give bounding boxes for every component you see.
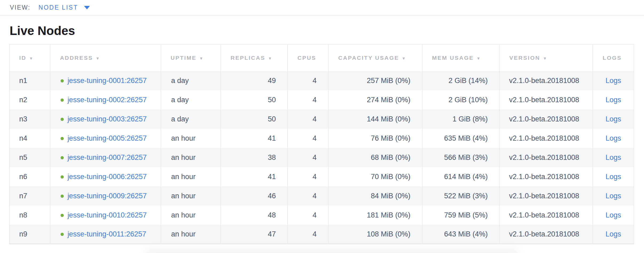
node-logs-cell: Logs <box>593 205 634 225</box>
node-address-link[interactable]: jesse-tuning-0002:26257 <box>67 96 147 104</box>
node-address-cell: jesse-tuning-0003:26257 <box>50 109 161 129</box>
node-replicas-cell: 49 <box>221 71 288 90</box>
node-live-status-icon <box>61 137 64 140</box>
node-mem-usage-cell: 759 MiB (5%) <box>422 205 500 225</box>
node-replicas-cell: 47 <box>221 225 288 244</box>
node-uptime-cell: an hour <box>161 205 221 225</box>
column-header-label: CAPACITY USAGE <box>338 55 399 61</box>
node-id-cell: n8 <box>9 205 50 225</box>
node-address-link[interactable]: jesse-tuning-0007:26257 <box>67 153 147 161</box>
column-header-label: MEM USAGE <box>432 55 474 61</box>
column-header[interactable]: ADDRESS <box>50 44 161 71</box>
table-row: n9 jesse-tuning-0011:26257 an hour 47 4 … <box>9 225 634 244</box>
node-mem-usage-cell: 2 GiB (14%) <box>422 71 500 90</box>
node-address-link[interactable]: jesse-tuning-0010:26257 <box>67 211 147 219</box>
node-mem-usage-cell: 643 MiB (4%) <box>422 225 500 244</box>
view-selector-bar: VIEW: NODE LIST <box>0 0 644 15</box>
column-header[interactable]: CAPACITY USAGE <box>328 44 422 71</box>
column-header[interactable]: ID <box>9 44 50 71</box>
view-selector-dropdown[interactable]: NODE LIST <box>38 4 90 11</box>
node-address-cell: jesse-tuning-0001:26257 <box>50 71 161 90</box>
node-live-status-icon <box>61 79 64 82</box>
table-row: n7 jesse-tuning-0009:26257 an hour 46 4 … <box>9 186 634 205</box>
node-logs-link[interactable]: Logs <box>606 115 621 123</box>
node-address-link[interactable]: jesse-tuning-0003:26257 <box>67 115 147 123</box>
node-capacity-usage-cell: 68 MiB (0%) <box>328 148 422 167</box>
column-header: LOGS <box>593 44 634 71</box>
node-logs-link[interactable]: Logs <box>606 230 621 238</box>
node-id-cell: n9 <box>9 225 50 244</box>
node-mem-usage-cell: 614 MiB (4%) <box>422 167 500 186</box>
sort-desc-icon <box>93 55 100 61</box>
table-row: n2 jesse-tuning-0002:26257 a day 50 4 27… <box>9 90 634 109</box>
node-address-cell: jesse-tuning-0011:26257 <box>50 225 161 244</box>
node-replicas-cell: 38 <box>221 148 288 167</box>
node-logs-cell: Logs <box>593 148 634 167</box>
node-logs-link[interactable]: Logs <box>606 153 621 161</box>
node-address-link[interactable]: jesse-tuning-0001:26257 <box>67 77 147 85</box>
node-logs-link[interactable]: Logs <box>606 211 621 219</box>
node-address-link[interactable]: jesse-tuning-0005:26257 <box>67 134 147 142</box>
node-replicas-cell: 46 <box>221 186 288 205</box>
node-id-cell: n1 <box>9 71 50 90</box>
node-cpus-cell: 4 <box>288 167 328 186</box>
node-logs-link[interactable]: Logs <box>606 173 621 181</box>
node-capacity-usage-cell: 84 MiB (0%) <box>328 186 422 205</box>
node-address-link[interactable]: jesse-tuning-0006:26257 <box>67 173 147 181</box>
page-title: Live Nodes <box>10 24 644 37</box>
column-header-label: LOGS <box>603 55 622 61</box>
node-address-cell: jesse-tuning-0006:26257 <box>50 167 161 186</box>
table-row: n1 jesse-tuning-0001:26257 a day 49 4 25… <box>9 71 634 90</box>
table-row: n5 jesse-tuning-0007:26257 an hour 38 4 … <box>9 148 634 167</box>
node-capacity-usage-cell: 70 MiB (0%) <box>328 167 422 186</box>
node-version-cell: v2.1.0-beta.20181008 <box>499 148 593 167</box>
column-header-label: REPLICAS <box>230 55 265 61</box>
node-id-cell: n3 <box>9 109 50 129</box>
column-header[interactable]: MEM USAGE <box>422 44 500 71</box>
node-id-cell: n2 <box>9 90 50 109</box>
node-replicas-cell: 48 <box>221 205 288 225</box>
node-id-cell: n6 <box>9 167 50 186</box>
sort-desc-icon <box>540 55 547 61</box>
node-capacity-usage-cell: 108 MiB (0%) <box>328 225 422 244</box>
node-uptime-cell: an hour <box>161 186 221 205</box>
node-live-status-icon <box>61 195 64 198</box>
node-uptime-cell: an hour <box>161 225 221 244</box>
node-live-status-icon <box>61 156 64 159</box>
chevron-down-icon <box>84 6 90 9</box>
node-id-cell: n5 <box>9 148 50 167</box>
node-address-cell: jesse-tuning-0002:26257 <box>50 90 161 109</box>
node-version-cell: v2.1.0-beta.20181008 <box>499 71 593 90</box>
column-header[interactable]: VERSION <box>499 44 593 71</box>
column-header[interactable]: UPTIME <box>161 44 221 71</box>
node-live-status-icon <box>61 233 64 236</box>
node-address-link[interactable]: jesse-tuning-0009:26257 <box>67 192 147 200</box>
column-header-label: UPTIME <box>171 55 197 61</box>
view-label: VIEW: <box>10 4 30 11</box>
node-cpus-cell: 4 <box>288 71 328 90</box>
node-cpus-cell: 4 <box>288 205 328 225</box>
node-address-link[interactable]: jesse-tuning-0011:26257 <box>67 230 146 238</box>
node-logs-link[interactable]: Logs <box>606 192 621 200</box>
view-selected-value[interactable]: NODE LIST <box>38 4 78 11</box>
node-capacity-usage-cell: 76 MiB (0%) <box>328 129 422 148</box>
node-address-cell: jesse-tuning-0005:26257 <box>50 129 161 148</box>
node-logs-link[interactable]: Logs <box>606 134 621 142</box>
table-row: n8 jesse-tuning-0010:26257 an hour 48 4 … <box>9 205 634 225</box>
live-nodes-table: ID ADDRESS UPTIME REPLICAS CPUS CAPACITY… <box>9 44 634 244</box>
node-id-cell: n4 <box>9 129 50 148</box>
node-mem-usage-cell: 2 GiB (10%) <box>422 90 500 109</box>
column-header-label: CPUS <box>297 55 316 61</box>
table-row: n3 jesse-tuning-0003:26257 a day 50 4 14… <box>9 109 634 129</box>
node-logs-link[interactable]: Logs <box>606 96 621 104</box>
column-header[interactable]: REPLICAS <box>221 44 288 71</box>
table-row: n4 jesse-tuning-0005:26257 an hour 41 4 … <box>9 129 634 148</box>
node-replicas-cell: 50 <box>221 109 288 129</box>
table-header-row: ID ADDRESS UPTIME REPLICAS CPUS CAPACITY… <box>9 44 634 71</box>
node-logs-cell: Logs <box>593 90 634 109</box>
node-logs-link[interactable]: Logs <box>606 77 621 85</box>
node-version-cell: v2.1.0-beta.20181008 <box>499 90 593 109</box>
node-uptime-cell: an hour <box>161 129 221 148</box>
node-logs-cell: Logs <box>593 225 634 244</box>
node-id-cell: n7 <box>9 186 50 205</box>
